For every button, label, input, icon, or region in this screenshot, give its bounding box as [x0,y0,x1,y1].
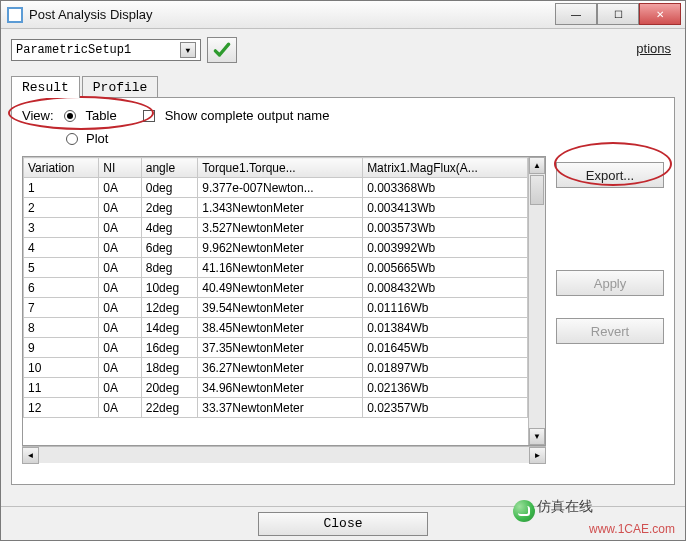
table-body: 10A0deg9.377e-007Newton...0.003368Wb20A2… [24,178,528,418]
scroll-thumb[interactable] [530,175,544,205]
cell-angle: 20deg [141,378,198,398]
radio-table[interactable] [64,110,76,122]
table-row[interactable]: 20A2deg1.343NewtonMeter0.003413Wb [24,198,528,218]
right-column: Export... Apply Revert [556,108,664,474]
minimize-button[interactable]: — [555,3,597,25]
table-row[interactable]: 10A0deg9.377e-007Newton...0.003368Wb [24,178,528,198]
tab-result[interactable]: Result [11,76,80,98]
cell-angle: 6deg [141,238,198,258]
cell-torque: 34.96NewtonMeter [198,378,363,398]
cell-flux: 0.005665Wb [363,258,528,278]
close-button[interactable]: Close [258,512,428,536]
tab-profile[interactable]: Profile [82,76,159,98]
setup-dropdown[interactable]: ParametricSetup1 ▼ [11,39,201,61]
table-row[interactable]: 120A22deg33.37NewtonMeter0.02357Wb [24,398,528,418]
cell-flux: 0.003573Wb [363,218,528,238]
checkbox-show-complete[interactable] [143,110,155,122]
col-angle[interactable]: angle [141,158,198,178]
cell-torque: 9.962NewtonMeter [198,238,363,258]
tab-panel-result: View: Table Show complete output name Pl… [11,97,675,485]
cell-torque: 36.27NewtonMeter [198,358,363,378]
cell-variation: 2 [24,198,99,218]
cell-ni: 0A [99,198,141,218]
apply-button[interactable]: Apply [556,270,664,296]
watermark-url: www.1CAE.com [589,522,675,536]
watermark-brand: 仿真在线 [537,498,593,516]
table-row[interactable]: 70A12deg39.54NewtonMeter0.01116Wb [24,298,528,318]
cell-angle: 22deg [141,398,198,418]
close-window-button[interactable]: ✕ [639,3,681,25]
cell-torque: 39.54NewtonMeter [198,298,363,318]
cell-ni: 0A [99,318,141,338]
data-grid[interactable]: Variation NI angle Torque1.Torque... Mat… [23,157,528,445]
col-torque[interactable]: Torque1.Torque... [198,158,363,178]
radio-plot[interactable] [66,133,78,145]
table-row[interactable]: 40A6deg9.962NewtonMeter0.003992Wb [24,238,528,258]
col-flux[interactable]: Matrix1.MagFlux(A... [363,158,528,178]
results-table: Variation NI angle Torque1.Torque... Mat… [23,157,528,418]
horizontal-scrollbar[interactable]: ◄ ► [22,446,546,463]
export-button[interactable]: Export... [556,162,664,188]
cell-angle: 4deg [141,218,198,238]
cell-variation: 6 [24,278,99,298]
radio-table-label: Table [86,108,117,123]
cell-variation: 1 [24,178,99,198]
table-row[interactable]: 60A10deg40.49NewtonMeter0.008432Wb [24,278,528,298]
cell-ni: 0A [99,298,141,318]
cell-variation: 9 [24,338,99,358]
cell-angle: 12deg [141,298,198,318]
cell-ni: 0A [99,338,141,358]
cell-angle: 14deg [141,318,198,338]
cell-flux: 0.003992Wb [363,238,528,258]
cell-ni: 0A [99,218,141,238]
chevron-down-icon: ▼ [180,42,196,58]
scroll-up-icon[interactable]: ▲ [529,157,545,174]
check-icon [212,40,232,60]
cell-variation: 7 [24,298,99,318]
revert-button[interactable]: Revert [556,318,664,344]
cell-angle: 0deg [141,178,198,198]
cell-flux: 0.01384Wb [363,318,528,338]
scroll-left-icon[interactable]: ◄ [22,447,39,464]
table-header-row: Variation NI angle Torque1.Torque... Mat… [24,158,528,178]
col-ni[interactable]: NI [99,158,141,178]
table-row[interactable]: 30A4deg3.527NewtonMeter0.003573Wb [24,218,528,238]
window-controls: — ☐ ✕ [555,3,681,25]
cell-flux: 0.003368Wb [363,178,528,198]
cell-torque: 9.377e-007Newton... [198,178,363,198]
cell-angle: 2deg [141,198,198,218]
table-row[interactable]: 80A14deg38.45NewtonMeter0.01384Wb [24,318,528,338]
window-root: Post Analysis Display — ☐ ✕ ParametricSe… [0,0,686,541]
cell-ni: 0A [99,278,141,298]
cell-ni: 0A [99,178,141,198]
table-row[interactable]: 90A16deg37.35NewtonMeter0.01645Wb [24,338,528,358]
cell-flux: 0.003413Wb [363,198,528,218]
scroll-right-icon[interactable]: ► [529,447,546,464]
cell-torque: 38.45NewtonMeter [198,318,363,338]
col-variation[interactable]: Variation [24,158,99,178]
view-label: View: [22,108,54,123]
left-column: View: Table Show complete output name Pl… [22,108,546,474]
setup-selected: ParametricSetup1 [16,43,131,57]
table-row[interactable]: 110A20deg34.96NewtonMeter0.02136Wb [24,378,528,398]
tab-strip: Result Profile [11,75,675,97]
table-row[interactable]: 50A8deg41.16NewtonMeter0.005665Wb [24,258,528,278]
cell-torque: 41.16NewtonMeter [198,258,363,278]
watermark-logo-icon [513,500,535,522]
view-row: View: Table Show complete output name [22,108,546,123]
validate-button[interactable] [207,37,237,63]
window-title: Post Analysis Display [29,7,153,22]
options-link[interactable]: ptions [636,41,671,56]
cell-flux: 0.02136Wb [363,378,528,398]
maximize-button[interactable]: ☐ [597,3,639,25]
cell-ni: 0A [99,358,141,378]
cell-torque: 40.49NewtonMeter [198,278,363,298]
titlebar: Post Analysis Display — ☐ ✕ [1,1,685,29]
scroll-down-icon[interactable]: ▼ [529,428,545,445]
plot-row: Plot [66,131,546,146]
cell-angle: 16deg [141,338,198,358]
vertical-scrollbar[interactable]: ▲ ▼ [528,157,545,445]
cell-flux: 0.008432Wb [363,278,528,298]
cell-ni: 0A [99,258,141,278]
table-row[interactable]: 100A18deg36.27NewtonMeter0.01897Wb [24,358,528,378]
